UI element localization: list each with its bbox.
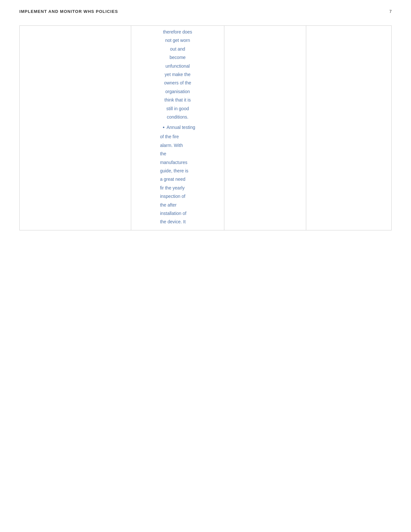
col-right-1-cell [224, 26, 306, 230]
col-middle-cell: therefore does not get worn out and beco… [131, 26, 224, 230]
text-line-11: conditions. [167, 113, 188, 121]
col-left-cell [20, 26, 131, 230]
bullet-line-3: the [160, 150, 166, 158]
text-line-10: still in good [166, 104, 189, 113]
bullet-line-10: installation of [160, 209, 186, 218]
bullet-line-9: the after [160, 201, 176, 209]
bullet-line-6: a great need [160, 175, 185, 183]
text-line-9: think that it is [164, 96, 191, 104]
bullet-line-1: of the fire [160, 132, 179, 141]
text-line-7: owners of the [164, 79, 191, 87]
bullet-line-2: alarm. With [160, 141, 183, 150]
text-line-1: therefore does [163, 28, 192, 36]
bullet-label: Annual testing [167, 124, 195, 131]
bullet-line-11: the device. It [160, 218, 185, 226]
text-line-5: unfunctional [165, 62, 190, 70]
table-row: therefore does not get worn out and beco… [20, 26, 392, 230]
text-items-list: therefore does not get worn out and beco… [131, 26, 224, 230]
page-title: IMPLEMENT AND MONITOR WHS POLICIES [19, 9, 118, 14]
text-line-2: not get worn [165, 36, 190, 44]
bullet-section: • Annual testing of the fire alarm. With… [159, 121, 196, 228]
page-number: 7 [389, 9, 392, 14]
bullet-dot-icon: • [162, 124, 164, 132]
bullet-line-8: inspection of [160, 192, 185, 200]
col-right-2-cell [306, 26, 391, 230]
text-line-8: organisation [165, 87, 190, 96]
text-line-4: become [170, 53, 186, 62]
bullet-line-4: manufactures [160, 158, 187, 167]
content-area: therefore does not get worn out and beco… [0, 19, 411, 243]
text-line-3: out and [170, 45, 185, 53]
bullet-item-annual: • Annual testing [160, 123, 195, 132]
text-line-6: yet make the [165, 70, 191, 79]
bullet-line-7: fir the yearly [160, 184, 184, 192]
main-table: therefore does not get worn out and beco… [19, 25, 392, 230]
page-header: IMPLEMENT AND MONITOR WHS POLICIES 7 [0, 0, 411, 19]
bullet-line-5: guide, there is [160, 167, 188, 175]
